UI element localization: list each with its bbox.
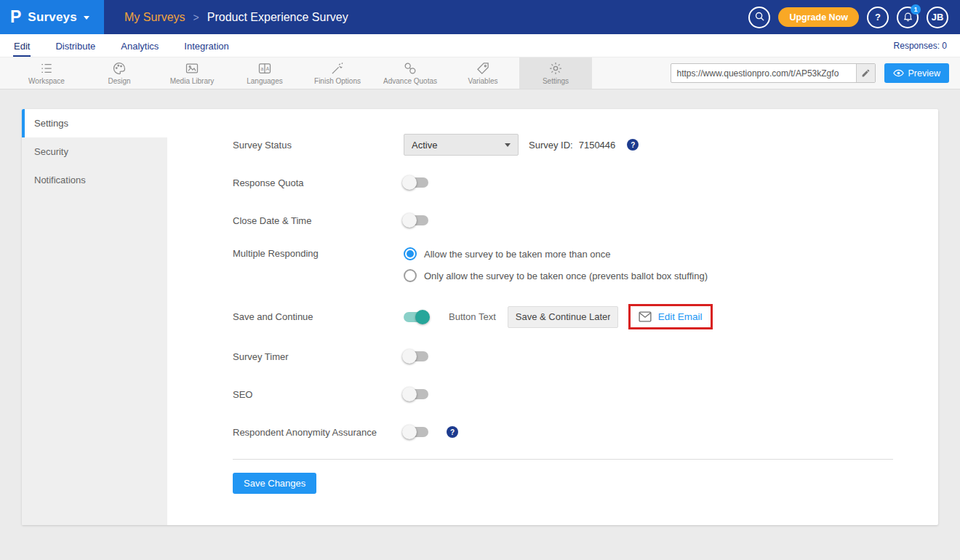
toolbar-item-design[interactable]: Design bbox=[83, 57, 156, 89]
survey-id-label: Survey ID: bbox=[529, 140, 573, 151]
toolbar-item-advance-quotas[interactable]: Advance Quotas bbox=[374, 57, 447, 89]
anonymity-help-icon[interactable]: ? bbox=[447, 426, 458, 438]
main-nav: Edit Distribute Analytics Integration Re… bbox=[0, 34, 960, 57]
questionpro-logo: P bbox=[10, 9, 21, 25]
sidebar-item-security[interactable]: Security bbox=[22, 137, 167, 166]
anonymity-toggle[interactable] bbox=[404, 427, 428, 437]
upgrade-now-button[interactable]: Upgrade Now bbox=[778, 7, 859, 27]
product-name: Surveys bbox=[28, 10, 77, 25]
tab-analytics[interactable]: Analytics bbox=[120, 36, 159, 57]
chevron-down-icon bbox=[505, 143, 511, 147]
image-icon bbox=[185, 61, 199, 76]
survey-id-help-icon[interactable]: ? bbox=[627, 139, 639, 151]
translate-icon: aA bbox=[257, 61, 272, 76]
tag-icon bbox=[476, 61, 490, 76]
multiple-responding-options: Allow the survey to be taken more than o… bbox=[404, 247, 708, 282]
sidebar-item-notifications[interactable]: Notifications bbox=[22, 166, 167, 194]
divider bbox=[233, 459, 893, 460]
radio-button[interactable] bbox=[404, 269, 417, 282]
notifications-button[interactable]: 1 bbox=[897, 7, 919, 28]
survey-timer-toggle[interactable] bbox=[404, 351, 428, 361]
toggle-knob bbox=[402, 425, 417, 439]
topbar-actions: Upgrade Now ? 1 JB bbox=[748, 7, 960, 28]
toolbar-item-settings[interactable]: Settings bbox=[519, 57, 592, 89]
save-continue-label: Save and Continue bbox=[233, 311, 404, 322]
survey-timer-row: Survey Timer bbox=[233, 345, 893, 367]
toolbar-item-label: Workspace bbox=[28, 77, 65, 85]
radio-option-multiple[interactable]: Allow the survey to be taken more than o… bbox=[404, 247, 708, 260]
close-date-toggle[interactable] bbox=[404, 215, 428, 225]
gear-icon bbox=[548, 61, 563, 76]
content-area: Settings Security Notifications Survey S… bbox=[0, 89, 960, 560]
save-continue-row: Save and Continue Button Text Edit Email bbox=[233, 304, 893, 329]
toggle-knob bbox=[402, 349, 417, 364]
avatar[interactable]: JB bbox=[927, 7, 948, 28]
toolbar-right: https://www.questionpro.com/t/AP53kZgfo … bbox=[671, 57, 960, 89]
toggle-knob bbox=[402, 213, 417, 228]
search-button[interactable] bbox=[748, 7, 770, 28]
close-date-label: Close Date & Time bbox=[233, 215, 404, 226]
toggle-knob bbox=[402, 387, 417, 401]
settings-sidebar: Settings Security Notifications bbox=[22, 109, 167, 525]
palette-icon bbox=[112, 61, 127, 76]
toolbar-item-label: Settings bbox=[543, 77, 569, 85]
breadcrumb-my-surveys[interactable]: My Surveys bbox=[124, 11, 185, 24]
multiple-responding-label: Multiple Responding bbox=[233, 247, 404, 259]
svg-text:A: A bbox=[266, 66, 270, 71]
topbar: P Surveys My Surveys > Product Experienc… bbox=[0, 0, 960, 34]
survey-status-label: Survey Status bbox=[233, 140, 404, 151]
toolbar-item-label: Languages bbox=[247, 77, 283, 85]
response-quota-row: Response Quota bbox=[233, 172, 893, 193]
tab-distribute[interactable]: Distribute bbox=[55, 36, 96, 57]
toggle-knob bbox=[402, 175, 417, 190]
anonymity-row: Respondent Anonymity Assurance ? bbox=[233, 421, 893, 443]
survey-id-value: 7150446 bbox=[579, 140, 616, 151]
seo-row: SEO bbox=[233, 383, 893, 405]
button-text-label: Button Text bbox=[449, 311, 496, 322]
survey-timer-label: Survey Timer bbox=[233, 351, 404, 362]
toolbar-item-label: Finish Options bbox=[314, 77, 361, 85]
anonymity-label: Respondent Anonymity Assurance bbox=[233, 427, 404, 438]
settings-panel: Survey Status Active Survey ID: 7150446 … bbox=[167, 109, 938, 525]
brand-menu[interactable]: P Surveys bbox=[0, 0, 104, 34]
button-text-input[interactable] bbox=[508, 306, 618, 328]
toolbar-item-finish-options[interactable]: Finish Options bbox=[301, 57, 374, 89]
toolbar-item-media-library[interactable]: Media Library bbox=[156, 57, 228, 89]
chevron-down-icon bbox=[84, 16, 89, 20]
edit-email-link[interactable]: Edit Email bbox=[658, 311, 703, 322]
preview-button-label: Preview bbox=[908, 68, 940, 79]
survey-status-select[interactable]: Active bbox=[404, 134, 519, 156]
tab-edit[interactable]: Edit bbox=[13, 36, 31, 57]
magic-wand-icon bbox=[330, 61, 345, 76]
tab-integration[interactable]: Integration bbox=[183, 36, 229, 57]
response-quota-label: Response Quota bbox=[233, 177, 404, 188]
radio-option-label: Only allow the survey to be taken once (… bbox=[424, 271, 708, 281]
radio-option-once[interactable]: Only allow the survey to be taken once (… bbox=[404, 269, 708, 282]
toolbar-item-languages[interactable]: aA Languages bbox=[228, 57, 301, 89]
toolbar-item-variables[interactable]: Variables bbox=[447, 57, 519, 89]
toolbar-item-label: Variables bbox=[468, 77, 498, 85]
workspace-icon bbox=[39, 61, 54, 76]
avatar-initials: JB bbox=[932, 12, 944, 23]
survey-url-field[interactable]: https://www.questionpro.com/t/AP53kZgfo bbox=[671, 63, 876, 83]
search-icon bbox=[754, 11, 765, 24]
help-button[interactable]: ? bbox=[867, 7, 889, 28]
breadcrumb-separator: > bbox=[193, 12, 199, 23]
preview-button[interactable]: Preview bbox=[884, 63, 949, 83]
edit-url-button[interactable] bbox=[856, 64, 875, 82]
multiple-responding-row: Multiple Responding Allow the survey to … bbox=[233, 247, 893, 282]
quota-links-icon bbox=[403, 61, 417, 76]
save-changes-button[interactable]: Save Changes bbox=[233, 473, 316, 494]
sidebar-item-settings[interactable]: Settings bbox=[22, 109, 167, 137]
settings-card: Settings Security Notifications Survey S… bbox=[22, 109, 938, 525]
save-continue-toggle[interactable] bbox=[404, 312, 428, 322]
toolbar-item-workspace[interactable]: Workspace bbox=[10, 57, 83, 89]
radio-button-selected[interactable] bbox=[404, 247, 417, 260]
survey-url-text[interactable]: https://www.questionpro.com/t/AP53kZgfo bbox=[671, 68, 856, 79]
seo-toggle[interactable] bbox=[404, 389, 428, 399]
close-date-row: Close Date & Time bbox=[233, 209, 893, 231]
edit-toolbar: Workspace Design Media Library aA Langua… bbox=[0, 57, 960, 89]
edit-email-highlighted-area[interactable]: Edit Email bbox=[628, 304, 713, 329]
response-quota-toggle[interactable] bbox=[404, 177, 428, 188]
survey-status-row: Survey Status Active Survey ID: 7150446 … bbox=[233, 134, 893, 156]
